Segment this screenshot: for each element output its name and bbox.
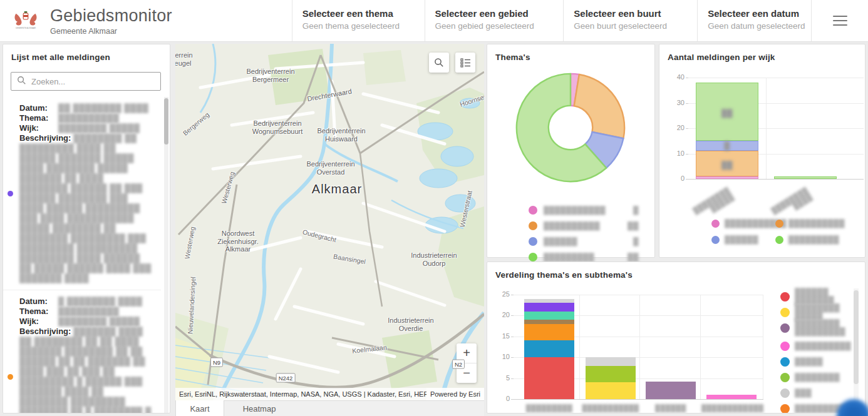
map-legend-button[interactable] bbox=[455, 53, 475, 73]
bar-segment[interactable] bbox=[524, 299, 574, 303]
wijk-plot: █████████████ █████████████ ████ bbox=[688, 78, 864, 179]
legend-label: █████████ bbox=[788, 236, 839, 244]
legend-row[interactable]: █████ bbox=[780, 357, 823, 367]
map-search-button[interactable] bbox=[429, 53, 449, 73]
legend-dot bbox=[780, 388, 790, 398]
bar-segment[interactable] bbox=[524, 303, 574, 311]
status-dot bbox=[8, 191, 13, 196]
y-axis-tick: 30 bbox=[667, 99, 685, 106]
legend-label: ████████ bbox=[795, 373, 840, 382]
legend-label: ████████ █████ bbox=[795, 304, 865, 320]
gridline bbox=[639, 295, 640, 399]
y-axis-tick: 10 bbox=[492, 353, 510, 360]
gridline bbox=[763, 295, 763, 399]
list-item[interactable]: Datum:█ ████████ ████ Thema:██████████ W… bbox=[3, 290, 161, 413]
tick-mark bbox=[511, 378, 514, 379]
x-axis-label: ███████████ bbox=[581, 404, 641, 412]
legend-row[interactable]: ███ bbox=[780, 388, 812, 398]
legend-label: ██████████ bbox=[795, 342, 851, 350]
legend-row[interactable]: █████████ bbox=[775, 236, 839, 244]
legend-label: ███ bbox=[795, 389, 812, 397]
bar-value-label: ██ bbox=[718, 161, 736, 170]
bar-segment[interactable] bbox=[646, 382, 696, 399]
page-title: Gebiedsmonitor bbox=[50, 6, 172, 26]
theme-selector[interactable]: Selecteer een thema Geen thema geselecte… bbox=[292, 0, 425, 41]
tab-heatmap[interactable]: Heatmap bbox=[224, 401, 294, 416]
bar-segment[interactable] bbox=[524, 357, 574, 399]
legend-row[interactable]: ████████████ bbox=[529, 218, 639, 233]
y-axis-tick: 20 bbox=[667, 124, 685, 131]
bar-segment[interactable] bbox=[524, 320, 574, 324]
x-axis-label: █████████ bbox=[519, 404, 579, 412]
bar-segment[interactable] bbox=[524, 312, 574, 320]
bar-segment[interactable] bbox=[524, 324, 574, 341]
bar-segment[interactable] bbox=[586, 357, 636, 365]
page-subtitle: Gemeente Alkmaar bbox=[50, 27, 172, 36]
tick-mark bbox=[686, 179, 688, 180]
legend-dot bbox=[529, 206, 537, 215]
date-selector[interactable]: Selecteer een datum Geen datum geselecte… bbox=[697, 0, 811, 41]
bar-segment[interactable] bbox=[696, 176, 758, 179]
tick-mark bbox=[686, 103, 688, 104]
legend-dot bbox=[711, 220, 720, 228]
legend-row[interactable]: ███████ bbox=[529, 233, 639, 249]
legend-dot bbox=[780, 404, 790, 413]
legend-value: ██ bbox=[625, 253, 639, 261]
gridline bbox=[514, 399, 763, 400]
legend-row[interactable]: ████████ bbox=[780, 373, 840, 382]
gridline bbox=[514, 295, 763, 295]
legend-label: ██████████ bbox=[788, 220, 845, 228]
brand: GEMEENTE ALKMAAR Gebiedsmonitor Gemeente… bbox=[0, 0, 292, 41]
legend-row[interactable]: ████████ █████████ bbox=[780, 320, 845, 336]
panel-title: Lijst met alle meldingen bbox=[3, 44, 170, 62]
zoom-out-button[interactable]: − bbox=[457, 363, 477, 383]
zoom-in-button[interactable]: + bbox=[457, 343, 477, 363]
area-selector[interactable]: Selecteer een gebied Geen gebied geselec… bbox=[425, 0, 564, 41]
y-axis-tick: 5 bbox=[492, 374, 510, 382]
menu-button[interactable] bbox=[811, 0, 868, 41]
attribution-text: Esri, EsriNL, Rijkswaterstaat, Intermap,… bbox=[175, 388, 426, 400]
legend-label: ██████ bbox=[725, 236, 758, 244]
search-box[interactable] bbox=[11, 72, 161, 91]
list-scrollbar[interactable] bbox=[164, 97, 168, 413]
search-icon bbox=[434, 58, 444, 68]
y-axis-tick: 15 bbox=[492, 332, 510, 340]
hamburger-icon bbox=[833, 13, 847, 29]
map[interactable]: + − Esri, EsriNL, Rijkswaterstaat, Inter… bbox=[175, 44, 484, 400]
legend-row[interactable]: ██████████ bbox=[780, 342, 851, 351]
search-input[interactable] bbox=[30, 76, 160, 87]
tick-mark bbox=[511, 399, 514, 400]
legend-label: █████ bbox=[795, 358, 823, 366]
legend-row[interactable]: ████████ █████ bbox=[780, 304, 865, 320]
legend-dot bbox=[775, 220, 783, 228]
bar-segment[interactable] bbox=[706, 395, 757, 399]
chart-title: Thema's bbox=[487, 44, 654, 62]
gridline bbox=[688, 78, 864, 78]
legend-dot bbox=[780, 342, 790, 351]
neighbourhood-selector[interactable]: Selecteer een buurt Geen buurt geselecte… bbox=[563, 0, 697, 41]
y-axis-tick: 0 bbox=[667, 175, 685, 182]
tick-mark bbox=[511, 315, 514, 316]
map-attribution: Esri, EsriNL, Rijkswaterstaat, Intermap,… bbox=[175, 388, 484, 400]
bar-segment[interactable] bbox=[774, 176, 837, 179]
tab-kaart[interactable]: Kaart bbox=[175, 400, 224, 416]
legend-row[interactable]: ██████████ bbox=[775, 220, 845, 228]
legend-dot bbox=[775, 236, 783, 244]
bar-value-label: ██ bbox=[718, 109, 736, 118]
themas-card: Thema's ████████████████████████████████… bbox=[487, 44, 655, 258]
donut-segment[interactable] bbox=[574, 74, 624, 138]
bar-segment[interactable] bbox=[524, 340, 574, 357]
bar-segment[interactable] bbox=[586, 382, 636, 399]
legend-dot bbox=[529, 237, 537, 246]
legend-row[interactable]: ██████ ███████ bbox=[780, 288, 865, 305]
legend-row[interactable]: ██████ bbox=[711, 236, 758, 244]
gridline bbox=[700, 295, 701, 399]
map-tabbar: Kaart Heatmap bbox=[175, 400, 484, 416]
legend-row[interactable]: ████████████ bbox=[529, 202, 639, 218]
legend-value: █ bbox=[625, 206, 639, 215]
bar-segment[interactable] bbox=[586, 366, 636, 383]
themas-donut-chart[interactable] bbox=[512, 69, 629, 186]
list-item[interactable]: Datum:██ ████████ ████ Thema:██████████ … bbox=[3, 97, 161, 290]
meldingen-list: Datum:██ ████████ ████ Thema:██████████ … bbox=[3, 97, 161, 413]
header: GEMEENTE ALKMAAR Gebiedsmonitor Gemeente… bbox=[0, 0, 868, 42]
